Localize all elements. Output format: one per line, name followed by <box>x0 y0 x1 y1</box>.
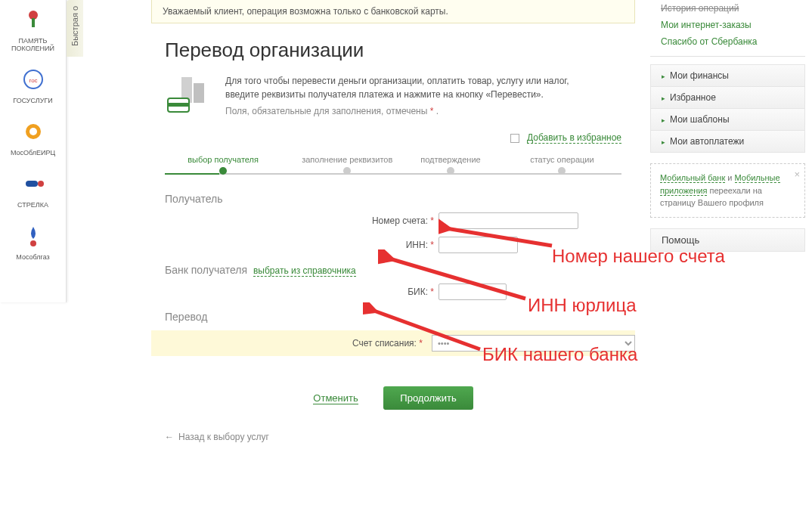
svg-point-8 <box>30 240 36 246</box>
label-bik: БИК: <box>408 287 428 297</box>
service-label: ГОСУСЛУГИ <box>3 97 63 104</box>
accordion-finances[interactable]: Мои финансы <box>651 65 804 87</box>
step-status: статус операции <box>530 155 594 175</box>
service-gosuslugi[interactable]: гос ГОСУСЛУГИ <box>0 60 66 112</box>
info-box: × Мобильный банк и Мобильные приложения … <box>650 163 805 218</box>
link-internet-orders[interactable]: Мои интернет-заказы <box>661 17 795 33</box>
row-account: Номер счета: * <box>151 212 635 229</box>
link-mobile-bank[interactable]: Мобильный банк <box>660 173 725 183</box>
close-icon[interactable]: × <box>794 167 800 182</box>
service-memory[interactable]: ПАМЯТЬ ПОКОЛЕНИЙ <box>0 0 66 60</box>
input-account-number[interactable] <box>439 212 578 229</box>
section-recipient: Получатель <box>165 193 635 205</box>
step-recipient: выбор получателя <box>188 155 259 175</box>
back-link[interactable]: ←Назад к выбору услуг <box>165 432 269 442</box>
intro-line2: введите реквизиты получателя платежа и н… <box>225 88 569 101</box>
gas-icon <box>21 224 45 248</box>
label-account: Номер счета: <box>372 215 428 226</box>
link-spasibo[interactable]: Спасибо от Сбербанка <box>661 33 795 50</box>
quick-operations-tab[interactable]: Быстрая о <box>67 0 83 57</box>
strelka-icon <box>21 172 45 196</box>
left-services-panel: ПАМЯТЬ ПОКОЛЕНИЙ гос ГОСУСЛУГИ МосОблЕИР… <box>0 0 67 302</box>
page-title: Перевод организации <box>151 39 635 62</box>
continue-button[interactable]: Продолжить <box>383 386 473 410</box>
cancel-button[interactable]: Отменить <box>313 392 358 404</box>
label-inn: ИНН: <box>406 240 428 250</box>
sidebar-accordion: Мои финансы Избранное Мои шаблоны Мои ав… <box>650 64 805 153</box>
intro-block: Для того чтобы перевести деньги организа… <box>151 74 635 118</box>
annotation-inn: ИНН юрлица <box>528 295 637 316</box>
svg-rect-6 <box>26 181 38 187</box>
service-label: СТРЕЛКА <box>3 201 63 209</box>
gosuslugi-icon: гос <box>21 67 45 91</box>
back-row: ←Назад к выбору услуг <box>151 431 635 442</box>
building-card-icon <box>165 74 212 113</box>
label-debit: Счет списания: <box>352 338 417 349</box>
service-strelka[interactable]: СТРЕЛКА <box>0 164 66 216</box>
form-actions: Отменить Продолжить <box>151 386 635 410</box>
service-mosoblgaz[interactable]: Мособлгаз <box>0 216 66 268</box>
accordion-autopayments[interactable]: Мои автоплатежи <box>651 131 804 153</box>
accordion-favorites[interactable]: Избранное <box>651 87 804 109</box>
annotation-bik: БИК нашего банка <box>482 344 637 365</box>
input-bik[interactable] <box>439 283 507 300</box>
annotation-account: Номер нашего счета <box>552 246 725 267</box>
right-sidebar: История операций Мои интернет-заказы Спа… <box>650 0 805 252</box>
svg-rect-1 <box>32 18 35 27</box>
svg-rect-12 <box>168 103 189 107</box>
accordion-templates[interactable]: Мои шаблоны <box>651 109 804 131</box>
service-mosobleirc[interactable]: МосОблЕИРЦ <box>0 112 66 164</box>
intro-text: Для того чтобы перевести деньги организа… <box>225 74 569 118</box>
bookmark-icon <box>510 134 519 143</box>
step-requisites: заполнение реквизитов <box>302 155 392 175</box>
add-favorite-link[interactable]: Добавить в избранное <box>527 132 621 144</box>
service-label: МосОблЕИРЦ <box>3 149 63 156</box>
flower-icon <box>21 8 45 32</box>
favorites-row: Добавить в избранное <box>151 132 635 143</box>
input-inn[interactable] <box>439 237 518 253</box>
intro-note: Поля, обязательные для заполнения, отмеч… <box>225 106 430 116</box>
mosobleirc-icon <box>21 119 45 144</box>
service-label: Мособлгаз <box>3 253 63 261</box>
svg-rect-10 <box>194 83 204 103</box>
notice-banner: Уважаемый клиент, операция возможна толь… <box>151 0 635 23</box>
svg-point-5 <box>29 128 37 135</box>
svg-point-7 <box>38 181 44 187</box>
progress-steps: выбор получателя заполнение реквизитов п… <box>165 155 621 178</box>
main-content: Уважаемый клиент, операция возможна толь… <box>151 0 635 442</box>
intro-line1: Для того чтобы перевести деньги организа… <box>225 74 569 88</box>
bank-directory-link[interactable]: выбрать из справочника <box>253 265 356 277</box>
svg-text:гос: гос <box>29 77 37 84</box>
top-links-block: История операций Мои интернет-заказы Спа… <box>650 0 805 57</box>
arrow-left-icon: ← <box>165 432 174 442</box>
step-confirmation: подтверждение <box>420 155 480 175</box>
service-label: ПАМЯТЬ ПОКОЛЕНИЙ <box>3 37 63 52</box>
link-history[interactable]: История операций <box>661 0 795 17</box>
